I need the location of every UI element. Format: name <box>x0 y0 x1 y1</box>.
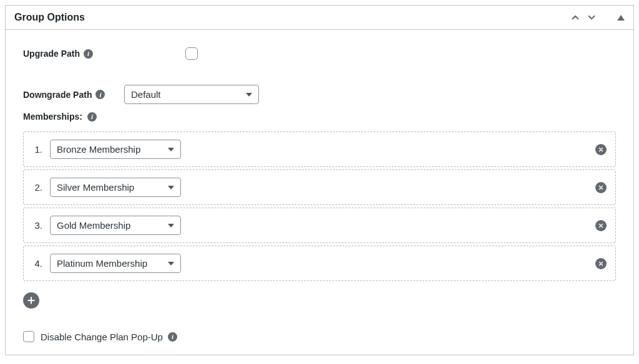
panel-controls <box>570 12 625 23</box>
membership-row[interactable]: 1. Bronze Membership <box>23 132 616 167</box>
upgrade-path-label: Upgrade Path i <box>23 49 117 59</box>
info-icon[interactable]: i <box>168 332 177 342</box>
disable-change-plan-label-text: Disable Change Plan Pop-Up <box>41 332 163 342</box>
upgrade-path-label-text: Upgrade Path <box>23 49 80 59</box>
membership-select-value: Gold Membership <box>57 220 130 231</box>
membership-row-left: 1. Bronze Membership <box>32 140 181 159</box>
downgrade-path-select[interactable]: Default <box>124 85 259 104</box>
memberships-label: Memberships: i <box>23 112 97 122</box>
panel-body: Upgrade Path i Downgrade Path i Default … <box>6 30 633 355</box>
move-up-icon[interactable] <box>570 12 581 23</box>
membership-select[interactable]: Platinum Membership <box>50 254 181 273</box>
membership-row-left: 4. Platinum Membership <box>32 254 181 273</box>
downgrade-path-label: Downgrade Path i <box>23 90 124 100</box>
membership-row-number: 2. <box>32 182 42 193</box>
disable-change-plan-checkbox[interactable] <box>23 331 34 342</box>
upgrade-path-row: Upgrade Path i <box>23 47 616 60</box>
add-membership-button[interactable] <box>23 292 39 309</box>
membership-select[interactable]: Bronze Membership <box>50 140 181 159</box>
panel-header: Group Options <box>6 6 633 30</box>
membership-select-value: Silver Membership <box>57 182 134 193</box>
downgrade-path-select-value: Default <box>131 89 161 100</box>
info-icon[interactable]: i <box>87 112 97 122</box>
downgrade-path-label-text: Downgrade Path <box>23 90 92 100</box>
membership-list: 1. Bronze Membership 2. Silver Membershi… <box>23 132 616 281</box>
membership-row[interactable]: 4. Platinum Membership <box>23 246 616 281</box>
membership-row[interactable]: 2. Silver Membership <box>23 170 616 205</box>
membership-select-value: Bronze Membership <box>57 144 140 155</box>
membership-row-left: 3. Gold Membership <box>32 216 181 235</box>
chevron-down-icon <box>246 93 252 97</box>
membership-row-number: 3. <box>32 220 42 231</box>
membership-row-number: 1. <box>32 144 42 155</box>
chevron-down-icon <box>168 148 174 151</box>
membership-row-left: 2. Silver Membership <box>32 178 181 197</box>
info-icon[interactable]: i <box>84 49 93 59</box>
remove-membership-button[interactable] <box>595 182 607 193</box>
chevron-down-icon <box>168 224 174 228</box>
upgrade-path-checkbox[interactable] <box>185 47 198 60</box>
remove-membership-button[interactable] <box>595 220 607 231</box>
move-down-icon[interactable] <box>586 12 597 23</box>
membership-row-number: 4. <box>32 258 42 269</box>
membership-select-value: Platinum Membership <box>57 258 147 269</box>
panel-title: Group Options <box>14 12 85 23</box>
membership-row[interactable]: 3. Gold Membership <box>23 208 616 243</box>
disable-change-plan-label: Disable Change Plan Pop-Up i <box>41 332 177 342</box>
memberships-label-text: Memberships: <box>23 112 82 122</box>
chevron-down-icon <box>168 186 174 189</box>
membership-select[interactable]: Gold Membership <box>50 216 181 235</box>
downgrade-path-row: Downgrade Path i Default <box>23 85 616 104</box>
info-icon[interactable]: i <box>95 90 105 99</box>
collapse-icon[interactable] <box>617 15 625 21</box>
disable-change-plan-row: Disable Change Plan Pop-Up i <box>23 331 616 342</box>
chevron-down-icon <box>168 262 174 266</box>
remove-membership-button[interactable] <box>595 144 607 155</box>
order-controls <box>570 12 597 23</box>
membership-select[interactable]: Silver Membership <box>50 178 181 197</box>
group-options-panel: Group Options Upgrade Path i Downgra <box>5 5 634 355</box>
remove-membership-button[interactable] <box>595 258 607 269</box>
